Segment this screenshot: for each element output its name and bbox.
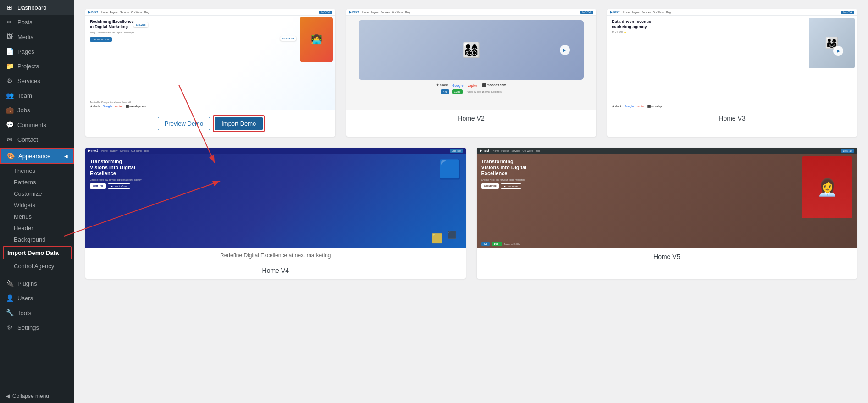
demo-preview-home-v3: ▶ next Home Pages▾ Services Our Works Bl…: [607, 9, 857, 110]
comments-icon: 💬: [6, 121, 14, 128]
team-icon: 👥: [6, 92, 14, 99]
sidebar: ⊞ Dashboard ✏ Posts 🖼 Media 📄 Pages 📁 Pr…: [0, 0, 74, 403]
main-content: ▶ next Home Pages▾ Services Our Works Bl…: [74, 0, 868, 403]
sidebar-item-contact[interactable]: ✉ Contact: [0, 132, 74, 147]
services-icon: ⚙: [6, 77, 14, 84]
sidebar-item-users[interactable]: 👤 Users: [0, 291, 74, 305]
demo-subtext-home-v4: Redefine Digital Excellence at next mark…: [85, 248, 466, 262]
demo-card-home-v2[interactable]: ▶ next Home Pages▾ Services Our Works Bl…: [346, 9, 596, 137]
plugins-icon: 🔌: [6, 280, 14, 287]
media-icon: 🖼: [6, 33, 14, 40]
sidebar-item-settings[interactable]: ⚙ Settings: [0, 320, 74, 335]
import-demo-button-v1[interactable]: Import Demo: [215, 117, 263, 130]
sidebar-item-projects[interactable]: 📁 Projects: [0, 59, 74, 73]
sidebar-item-team[interactable]: 👥 Team: [0, 88, 74, 103]
sidebar-item-comments[interactable]: 💬 Comments: [0, 117, 74, 132]
demo-title-home-v3: Home V3: [607, 110, 857, 127]
demo-grid-bottom: ▶ next Home Pages▾ Services Our Works Bl…: [85, 148, 857, 279]
appearance-icon: 🎨: [6, 152, 15, 160]
pages-icon: 📄: [6, 48, 14, 55]
projects-icon: 📁: [6, 62, 14, 70]
demo-card-actions-home-v1: Preview Demo Import Demo: [85, 110, 335, 137]
collapse-menu-button[interactable]: ◀ Collapse menu: [0, 389, 74, 403]
posts-icon: ✏: [6, 18, 14, 26]
demo-preview-home-v5: ▶ next Home Pages▾ Services Our Works Bl…: [477, 148, 857, 248]
sidebar-item-jobs[interactable]: 💼 Jobs: [0, 103, 74, 117]
sidebar-item-dashboard[interactable]: ⊞ Dashboard: [0, 0, 74, 15]
demo-card-home-v5[interactable]: ▶ next Home Pages▾ Services Our Works Bl…: [477, 148, 857, 279]
sidebar-item-posts[interactable]: ✏ Posts: [0, 15, 74, 29]
sidebar-item-media[interactable]: 🖼 Media: [0, 29, 74, 44]
sidebar-sub-import-demo-data[interactable]: Import Demo Data: [4, 247, 71, 259]
settings-icon: ⚙: [6, 324, 14, 331]
sidebar-sub-patterns[interactable]: Patterns: [0, 177, 74, 188]
jobs-icon: 💼: [6, 106, 14, 114]
demo-grid-top: ▶ next Home Pages▾ Services Our Works Bl…: [85, 9, 857, 137]
dashboard-icon: ⊞: [6, 4, 14, 11]
sidebar-item-tools[interactable]: 🔧 Tools: [0, 305, 74, 320]
sidebar-item-plugins[interactable]: 🔌 Plugins: [0, 276, 74, 291]
tools-icon: 🔧: [6, 309, 14, 316]
sidebar-item-appearance[interactable]: 🎨 Appearance ◀: [1, 149, 73, 163]
demo-card-home-v1[interactable]: ▶ next Home Pages▾ Services Our Works Bl…: [85, 9, 335, 137]
demo-preview-home-v2: ▶ next Home Pages▾ Services Our Works Bl…: [346, 9, 596, 110]
sidebar-sub-widgets[interactable]: Widgets: [0, 199, 74, 211]
demo-title-home-v2: Home V2: [346, 110, 596, 127]
demo-card-home-v3[interactable]: ▶ next Home Pages▾ Services Our Works Bl…: [607, 9, 857, 137]
sidebar-sub-customize[interactable]: Customize: [0, 188, 74, 199]
demo-title-home-v5: Home V5: [477, 248, 857, 265]
contact-icon: ✉: [6, 136, 14, 143]
sidebar-sub-control-agency[interactable]: Control Agency: [0, 260, 74, 272]
demo-card-home-v4[interactable]: ▶ next Home Pages▾ Services Our Works Bl…: [85, 148, 466, 279]
users-icon: 👤: [6, 294, 14, 302]
demo-preview-home-v4: ▶ next Home Pages▾ Services Our Works Bl…: [85, 148, 466, 248]
preview-demo-button-v1[interactable]: Preview Demo: [158, 117, 210, 130]
sidebar-item-pages[interactable]: 📄 Pages: [0, 44, 74, 59]
sidebar-item-services[interactable]: ⚙ Services: [0, 73, 74, 88]
sidebar-sub-background[interactable]: Background: [0, 234, 74, 245]
sidebar-sub-header[interactable]: Header: [0, 222, 74, 234]
demo-preview-home-v1: ▶ next Home Pages▾ Services Our Works Bl…: [85, 9, 335, 110]
sidebar-sub-menus[interactable]: Menus: [0, 211, 74, 222]
collapse-icon: ◀: [6, 393, 10, 399]
sidebar-sub-themes[interactable]: Themes: [0, 165, 74, 177]
demo-title-home-v4: Home V4: [85, 262, 466, 279]
